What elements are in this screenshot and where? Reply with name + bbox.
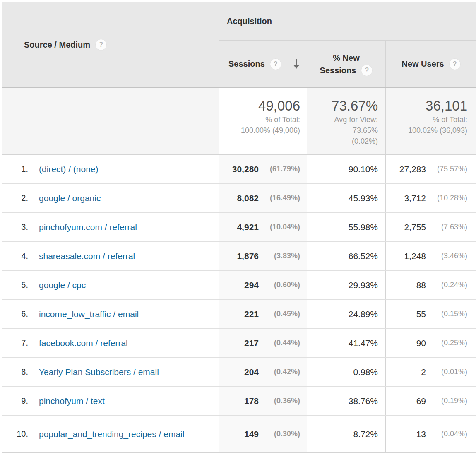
percent-new-sessions-value: 24.89% bbox=[349, 309, 378, 319]
percent-new-sessions-cell: 29.93% bbox=[307, 271, 385, 299]
percent-new-sessions-value: 0.98% bbox=[353, 367, 378, 377]
new-users-total-subtext-line2: 100.02% (36,093) bbox=[386, 125, 467, 136]
source-medium-link[interactable]: google / cpc bbox=[39, 279, 86, 291]
percent-new-sessions-header-line2: Sessions bbox=[320, 64, 356, 77]
percent-new-sessions-header-line1: % New bbox=[333, 52, 359, 64]
percent-new-sessions-cell: 45.93% bbox=[307, 184, 385, 212]
sessions-value: 294 bbox=[223, 280, 259, 290]
source-medium-link[interactable]: popular_and_trending_recipes / email bbox=[39, 428, 184, 440]
source-medium-column-header[interactable]: Source / Medium ? bbox=[2, 2, 219, 87]
new-users-cell: 27,283 (75.57%) bbox=[385, 155, 476, 183]
sessions-column-header[interactable]: Sessions ? bbox=[219, 41, 307, 87]
sort-descending-icon bbox=[292, 59, 301, 69]
table-row: 6. income_low_traffic / email 221 (0.45%… bbox=[2, 300, 476, 329]
new-users-value: 69 bbox=[389, 396, 426, 406]
source-medium-table: Source / Medium ? Acquisition Sessions ?… bbox=[2, 2, 476, 453]
source-medium-link[interactable]: Yearly Plan Subscribers / email bbox=[39, 366, 159, 378]
percent-new-sessions-cell: 24.89% bbox=[307, 300, 385, 328]
sessions-cell: 149 (0.30%) bbox=[219, 416, 307, 452]
sessions-cell: 204 (0.42%) bbox=[219, 358, 307, 386]
sessions-cell: 217 (0.44%) bbox=[219, 329, 307, 357]
row-rank: 2. bbox=[2, 193, 28, 203]
sessions-value: 204 bbox=[223, 367, 259, 377]
table-row: 9. pinchofyum / text 178 (0.36%) 38.76% … bbox=[2, 387, 476, 416]
help-icon[interactable]: ? bbox=[361, 65, 373, 76]
help-icon[interactable]: ? bbox=[449, 58, 461, 70]
sessions-percent: (3.83%) bbox=[259, 252, 300, 260]
table-row: 1. (direct) / (none) 30,280 (61.79%) 90.… bbox=[2, 155, 476, 184]
percent-new-sessions-header-line2-wrap: Sessions ? bbox=[320, 64, 373, 77]
sessions-percent: (10.04%) bbox=[259, 223, 300, 231]
sessions-total-value: 49,006 bbox=[219, 98, 300, 114]
new-sessions-avg-value: 73.67% bbox=[307, 98, 378, 114]
row-rank: 1. bbox=[2, 164, 28, 174]
table-header: Source / Medium ? Acquisition Sessions ?… bbox=[2, 2, 476, 88]
source-medium-link[interactable]: shareasale.com / referral bbox=[39, 250, 135, 262]
percent-new-sessions-cell: 55.98% bbox=[307, 213, 385, 241]
sessions-cell: 8,082 (16.49%) bbox=[219, 184, 307, 212]
sessions-cell: 294 (0.60%) bbox=[219, 271, 307, 299]
sessions-percent: (0.45%) bbox=[259, 310, 300, 318]
source-medium-cell: 9. pinchofyum / text bbox=[2, 387, 219, 415]
new-users-value: 90 bbox=[389, 338, 426, 348]
source-medium-link[interactable]: pinchofyum / text bbox=[39, 395, 105, 407]
sessions-percent: (0.60%) bbox=[259, 281, 300, 289]
sessions-value: 8,082 bbox=[223, 193, 259, 203]
new-users-value: 88 bbox=[389, 280, 426, 290]
source-medium-cell: 1. (direct) / (none) bbox=[2, 155, 219, 183]
sessions-total-subtext-line2: 100.00% (49,006) bbox=[219, 125, 300, 136]
help-icon[interactable]: ? bbox=[95, 39, 107, 51]
new-users-percent: (7.63%) bbox=[426, 223, 467, 231]
new-users-percent: (0.25%) bbox=[426, 339, 467, 347]
percent-new-sessions-column-header[interactable]: % New Sessions ? bbox=[307, 41, 385, 87]
percent-new-sessions-value: 8.72% bbox=[353, 429, 378, 439]
new-users-cell: 55 (0.15%) bbox=[385, 300, 476, 328]
sessions-percent: (0.36%) bbox=[259, 397, 300, 405]
source-medium-link[interactable]: google / organic bbox=[39, 192, 101, 204]
table-row: 2. google / organic 8,082 (16.49%) 45.93… bbox=[2, 184, 476, 213]
new-users-value: 13 bbox=[389, 429, 426, 439]
table-row: 7. facebook.com / referral 217 (0.44%) 4… bbox=[2, 329, 476, 358]
row-rank: 7. bbox=[2, 338, 28, 348]
sessions-cell: 1,876 (3.83%) bbox=[219, 242, 307, 270]
table-row: 3. pinchofyum.com / referral 4,921 (10.0… bbox=[2, 213, 476, 242]
source-medium-link[interactable]: income_low_traffic / email bbox=[39, 308, 139, 320]
source-medium-link[interactable]: (direct) / (none) bbox=[39, 164, 99, 175]
sessions-percent: (0.42%) bbox=[259, 368, 300, 376]
new-users-total-subtext-line1: % of Total: bbox=[386, 114, 467, 125]
percent-new-sessions-value: 45.93% bbox=[349, 193, 378, 203]
sessions-cell: 178 (0.36%) bbox=[219, 387, 307, 415]
new-users-percent: (10.28%) bbox=[426, 194, 467, 202]
source-medium-cell: 2. google / organic bbox=[2, 184, 219, 212]
source-medium-cell: 4. shareasale.com / referral bbox=[2, 242, 219, 270]
new-users-cell: 88 (0.24%) bbox=[385, 271, 476, 299]
table-row: 10. popular_and_trending_recipes / email… bbox=[2, 416, 476, 452]
sessions-percent: (0.44%) bbox=[259, 339, 300, 347]
new-users-percent: (0.04%) bbox=[426, 430, 467, 438]
summary-new-users-cell: 36,101 % of Total: 100.02% (36,093) bbox=[385, 88, 476, 154]
sessions-value: 4,921 bbox=[223, 222, 259, 232]
sessions-percent: (61.79%) bbox=[259, 165, 300, 173]
new-users-cell: 13 (0.04%) bbox=[385, 416, 476, 452]
acquisition-group-header: Acquisition bbox=[219, 2, 476, 41]
new-users-value: 55 bbox=[389, 309, 426, 319]
percent-new-sessions-cell: 90.10% bbox=[307, 155, 385, 183]
source-medium-link[interactable]: pinchofyum.com / referral bbox=[39, 221, 137, 233]
row-rank: 9. bbox=[2, 396, 28, 406]
help-icon[interactable]: ? bbox=[270, 58, 281, 70]
new-users-value: 1,248 bbox=[389, 251, 426, 261]
acquisition-header-label: Acquisition bbox=[227, 17, 272, 26]
new-users-cell: 2 (0.01%) bbox=[385, 358, 476, 386]
new-users-column-header[interactable]: New Users ? bbox=[385, 41, 476, 87]
sessions-cell: 4,921 (10.04%) bbox=[219, 213, 307, 241]
table-row: 8. Yearly Plan Subscribers / email 204 (… bbox=[2, 358, 476, 387]
new-users-cell: 3,712 (10.28%) bbox=[385, 184, 476, 212]
source-medium-link[interactable]: facebook.com / referral bbox=[39, 337, 128, 349]
source-medium-cell: 6. income_low_traffic / email bbox=[2, 300, 219, 328]
sessions-header-label: Sessions bbox=[228, 59, 265, 69]
source-medium-header-label: Source / Medium bbox=[24, 40, 90, 50]
new-users-cell: 1,248 (3.46%) bbox=[385, 242, 476, 270]
new-users-value: 27,283 bbox=[389, 164, 426, 174]
summary-new-sessions-cell: 73.67% Avg for View: 73.65% (0.02%) bbox=[307, 88, 385, 154]
sessions-cell: 221 (0.45%) bbox=[219, 300, 307, 328]
